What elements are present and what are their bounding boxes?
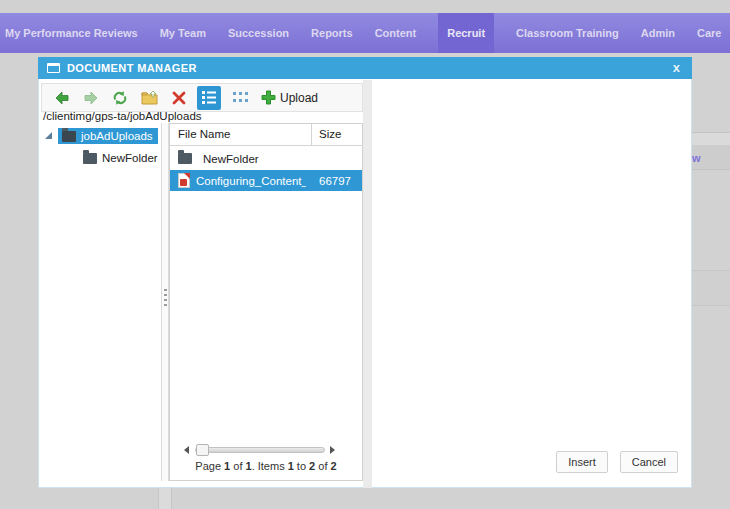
main-nav: My Performance Reviews My Team Successio… (0, 13, 730, 53)
background-row-band (692, 132, 730, 145)
new-folder-icon (141, 90, 159, 105)
horizontal-scrollbar (170, 442, 362, 458)
nav-item-reports[interactable]: Reports (311, 13, 353, 53)
background-table-remnant: w (692, 53, 730, 488)
file-row-newfolder[interactable]: NewFolder (170, 148, 362, 169)
document-manager-dialog: DOCUMENT MANAGER x (38, 57, 692, 488)
folder-icon (83, 153, 97, 164)
new-folder-button[interactable] (138, 86, 162, 110)
nav-item-recruit[interactable]: Recruit (438, 13, 494, 53)
scroll-right-arrow-icon[interactable] (330, 446, 335, 454)
file-name: NewFolder (203, 153, 259, 165)
dialog-titlebar[interactable]: DOCUMENT MANAGER x (38, 57, 692, 79)
cancel-button[interactable]: Cancel (620, 451, 678, 473)
tree-node-root-selected[interactable]: jobAdUploads (58, 128, 158, 144)
folder-tree: jobAdUploads NewFolder (41, 123, 161, 481)
upload-button-label[interactable]: Upload (280, 91, 318, 105)
panel-splitter[interactable] (363, 80, 372, 488)
file-row-selected[interactable]: Configuring_Content_Vendo 66797 (170, 170, 362, 191)
nav-item-succession[interactable]: Succession (228, 13, 289, 53)
file-name: Configuring_Content_Vendo (196, 175, 306, 187)
insert-button[interactable]: Insert (556, 451, 608, 473)
dialog-actions: Insert Cancel (556, 451, 678, 473)
column-header-size[interactable]: Size (319, 128, 341, 140)
nav-item-admin[interactable]: Admin (641, 13, 675, 53)
list-view-icon (202, 91, 216, 104)
file-explorer-toolbar: Upload (41, 83, 363, 112)
background-link-fragment: w (692, 152, 701, 164)
tree-node-root[interactable]: jobAdUploads (45, 126, 158, 146)
background-row-band (692, 270, 730, 306)
file-size: 66797 (319, 175, 351, 187)
scrollbar-track[interactable] (195, 447, 325, 453)
scroll-left-arrow-icon[interactable] (184, 446, 189, 454)
back-button[interactable] (50, 86, 74, 110)
nav-item-care[interactable]: Care (697, 13, 721, 53)
list-view-button[interactable] (197, 86, 221, 110)
collapse-arrow-icon[interactable] (45, 132, 52, 139)
dialog-title: DOCUMENT MANAGER (67, 62, 197, 74)
folder-icon (62, 131, 76, 142)
thumbnails-view-button[interactable] (228, 86, 252, 110)
file-list-header: File Name Size (170, 124, 362, 146)
nav-item-my-team[interactable]: My Team (160, 13, 206, 53)
thumbnails-view-icon (233, 92, 248, 104)
scrollbar-thumb[interactable] (196, 444, 209, 456)
tree-node-label: jobAdUploads (81, 130, 153, 142)
close-icon[interactable]: x (673, 57, 680, 79)
file-explorer: jobAdUploads NewFolder File Name Size Ne… (41, 123, 363, 481)
file-list: File Name Size NewFolder Configuring_Con… (169, 123, 363, 481)
forward-button[interactable] (79, 86, 103, 110)
upload-button[interactable] (260, 86, 276, 110)
column-separator[interactable] (311, 124, 312, 146)
delete-button[interactable] (167, 86, 191, 110)
background-column-strip (158, 488, 172, 509)
splitter-grip-icon (164, 289, 167, 309)
forward-icon (83, 90, 99, 106)
browser-chrome-strip (0, 0, 730, 13)
refresh-icon (111, 90, 129, 106)
nav-item-classroom-training[interactable]: Classroom Training (516, 13, 619, 53)
current-path: /clientimg/gps-ta/jobAdUploads (43, 110, 361, 124)
window-icon (47, 63, 60, 73)
tree-node-label: NewFolder (102, 152, 158, 164)
pdf-file-icon (178, 173, 190, 188)
tree-list-splitter[interactable] (161, 123, 169, 481)
nav-item-my-performance-reviews[interactable]: My Performance Reviews (5, 13, 138, 53)
column-header-file-name[interactable]: File Name (178, 128, 230, 140)
upload-plus-icon (261, 90, 276, 105)
folder-icon (178, 153, 192, 164)
back-icon (54, 90, 70, 106)
nav-item-content[interactable]: Content (375, 13, 417, 53)
refresh-button[interactable] (108, 86, 132, 110)
tree-node-newfolder[interactable]: NewFolder (83, 148, 158, 168)
pager-status: Page 1 of 1. Items 1 to 2 of 2 (170, 460, 362, 472)
delete-icon (171, 90, 187, 106)
